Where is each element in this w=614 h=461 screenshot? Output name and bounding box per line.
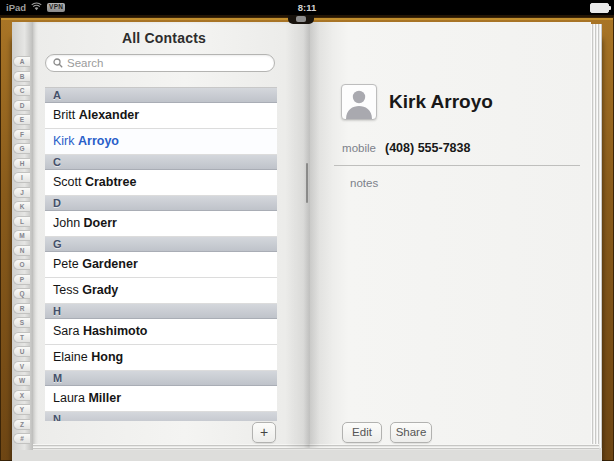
contact-first-name: Pete: [53, 257, 82, 271]
contact-first-name: Laura: [53, 391, 88, 405]
contacts-app-screen: iPad VPN 8:11 ABCDEFGHIJKLMNOPQRSTUVWXYZ…: [0, 0, 614, 461]
contact-first-name: John: [53, 216, 84, 230]
index-tab-V[interactable]: V: [13, 361, 30, 372]
contact-first-name: Tess: [53, 283, 82, 297]
index-tab-B[interactable]: B: [13, 71, 30, 82]
index-tab-Y[interactable]: Y: [13, 404, 30, 415]
contact-row[interactable]: Scott Crabtree: [45, 170, 277, 196]
phone-field-row[interactable]: mobile (408) 555-7838: [334, 141, 584, 155]
status-bar: iPad VPN 8:11: [0, 0, 614, 15]
index-tab-C[interactable]: C: [13, 85, 30, 96]
contact-photo-placeholder[interactable]: [341, 84, 377, 120]
index-tab-G[interactable]: G: [13, 143, 30, 154]
index-tab-W[interactable]: W: [13, 375, 30, 386]
section-header-A: A: [45, 88, 277, 103]
index-tab-J[interactable]: J: [13, 187, 30, 198]
index-tab-E[interactable]: E: [13, 114, 30, 125]
notes-label: notes: [350, 177, 378, 189]
field-divider: [334, 165, 580, 166]
phone-field-value: (408) 555-7838: [385, 141, 470, 155]
index-tab-S[interactable]: S: [13, 317, 30, 328]
index-tab-N[interactable]: N: [13, 245, 30, 256]
edit-button[interactable]: Edit: [342, 422, 382, 443]
index-tab-Q[interactable]: Q: [13, 288, 30, 299]
search-input[interactable]: [67, 57, 267, 69]
index-tab-P[interactable]: P: [13, 274, 30, 285]
index-tab-Z[interactable]: Z: [13, 419, 30, 430]
index-tab-K[interactable]: K: [13, 201, 30, 212]
index-tab-X[interactable]: X: [13, 390, 30, 401]
contact-last-name: Gardener: [82, 257, 138, 271]
contact-last-name: Miller: [88, 391, 121, 405]
page-stack-right: [591, 24, 602, 448]
list-scrollbar[interactable]: [306, 163, 308, 203]
index-tab-M[interactable]: M: [13, 230, 30, 241]
search-field[interactable]: [45, 54, 275, 72]
contact-last-name: Grady: [82, 283, 118, 297]
share-button[interactable]: Share: [390, 422, 432, 443]
page-title: All Contacts: [33, 30, 295, 46]
contact-row[interactable]: Sara Hashimoto: [45, 319, 277, 345]
spine-binding-clip: [296, 16, 306, 22]
contact-row[interactable]: Kirk Arroyo: [45, 129, 277, 155]
contact-row[interactable]: Laura Miller: [45, 386, 277, 412]
contact-last-name: Hong: [91, 350, 123, 364]
alphabet-index: ABCDEFGHIJKLMNOPQRSTUVWXYZ#: [13, 56, 31, 444]
contact-row[interactable]: Pete Gardener: [45, 252, 277, 278]
index-tab-I[interactable]: I: [13, 172, 30, 183]
contact-first-name: Elaine: [53, 350, 91, 364]
person-silhouette-icon: [342, 105, 376, 120]
index-tab-F[interactable]: F: [13, 129, 30, 140]
contact-first-name: Sara: [53, 324, 83, 338]
index-tab-L[interactable]: L: [13, 216, 30, 227]
index-tab-D[interactable]: D: [13, 100, 30, 111]
clock: 8:11: [0, 0, 614, 15]
contact-last-name: Hashimoto: [83, 324, 148, 338]
contact-first-name: Kirk: [53, 134, 78, 148]
search-icon: [53, 54, 63, 72]
index-tab-U[interactable]: U: [13, 346, 30, 357]
index-tab-A[interactable]: A: [13, 56, 30, 67]
contact-last-name: Alexander: [79, 108, 139, 122]
section-header-C: C: [45, 155, 277, 170]
index-tab-#[interactable]: #: [13, 433, 30, 444]
contact-row[interactable]: Elaine Hong: [45, 345, 277, 371]
battery-icon: [590, 3, 609, 13]
contact-row[interactable]: John Doerr: [45, 211, 277, 237]
section-header-G: G: [45, 237, 277, 252]
index-tab-T[interactable]: T: [13, 332, 30, 343]
page-stack-bottom: [33, 444, 599, 450]
index-tab-O[interactable]: O: [13, 259, 30, 270]
section-header-D: D: [45, 196, 277, 211]
contact-name: Kirk Arroyo: [389, 91, 493, 113]
contact-row[interactable]: Tess Grady: [45, 278, 277, 304]
contact-last-name: Doerr: [84, 216, 117, 230]
contact-first-name: Britt: [53, 108, 79, 122]
contacts-list[interactable]: ABritt AlexanderKirk ArroyoCScott Crabtr…: [45, 87, 277, 421]
contact-last-name: Arroyo: [78, 134, 119, 148]
contact-row[interactable]: Britt Alexander: [45, 103, 277, 129]
contact-first-name: Scott: [53, 175, 85, 189]
index-tab-H[interactable]: H: [13, 158, 30, 169]
index-tab-R[interactable]: R: [13, 303, 30, 314]
contact-last-name: Crabtree: [85, 175, 136, 189]
section-header-N: N: [45, 412, 277, 421]
section-header-H: H: [45, 304, 277, 319]
add-contact-button[interactable]: +: [252, 422, 276, 443]
section-header-M: M: [45, 371, 277, 386]
phone-field-label: mobile: [334, 142, 376, 154]
